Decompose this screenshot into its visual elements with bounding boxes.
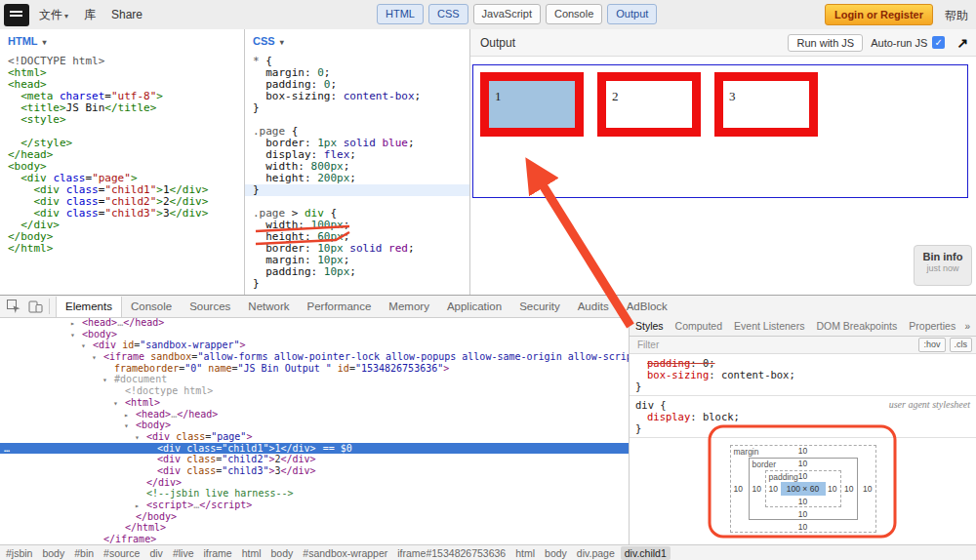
dom-node[interactable]: </div> (0, 477, 629, 489)
dom-node[interactable]: <div class="child3">3</div> (0, 465, 629, 477)
style-declaration[interactable]: padding: 0; (630, 357, 976, 369)
menu-file-label: 文件 (39, 8, 62, 21)
autorun-checkbox[interactable]: ✓ (932, 36, 945, 49)
jsbin-app-window: 文件▾ 库 Share HTMLCSSJavaScriptConsoleOutp… (0, 0, 976, 560)
workspace: HTML ▾ <!DOCTYPE html><html><head> <meta… (0, 29, 976, 295)
dom-node[interactable]: <!doctype html> (0, 385, 629, 397)
rendered-box-1: 1 (480, 72, 584, 137)
code-line[interactable]: box-sizing: content-box; (253, 91, 469, 102)
breadcrumb-div-child1[interactable]: div.child1 (621, 546, 671, 560)
dom-tree[interactable]: ▸<head>…</head>▾<body>▾<div id="sandbox-… (0, 317, 630, 545)
dom-node[interactable]: ▾<html> (0, 397, 629, 409)
style-declaration[interactable]: } (630, 380, 976, 392)
dom-node-selected[interactable]: <div class="child1">1</div>== $0… (0, 443, 629, 455)
sidebar-tabs-overflow-icon[interactable]: » (964, 321, 970, 332)
toggle-class-button[interactable]: .cls (950, 338, 973, 352)
sidebar-tab-styles[interactable]: Styles (630, 317, 670, 336)
style-declaration[interactable]: display: block; (630, 411, 976, 422)
dom-node[interactable]: ▾<div id="sandbox-wrapper"> (0, 340, 629, 351)
dom-node[interactable]: ▾<div class="page"> (0, 431, 629, 443)
box-model-padding[interactable]: padding 10 10 10 10 100 × 60 (765, 470, 841, 507)
sidebar-tab-properties[interactable]: Properties (903, 317, 961, 336)
open-output-window-icon[interactable]: ↗ (956, 35, 968, 51)
dom-node[interactable]: ▾<body> (0, 329, 629, 340)
code-line[interactable]: } (253, 278, 469, 290)
css-panel-menu[interactable]: CSS ▾ (245, 29, 469, 53)
devtools-tab-memory[interactable]: Memory (380, 297, 438, 317)
panel-button-console[interactable]: Console (546, 4, 602, 24)
jsbin-logo[interactable] (4, 4, 29, 26)
panel-button-output[interactable]: Output (607, 4, 657, 24)
sidebar-tab-computed[interactable]: Computed (670, 317, 728, 336)
breadcrumb--source[interactable]: #source (100, 546, 143, 560)
breadcrumb-html[interactable]: html (511, 546, 539, 560)
box-model-content[interactable]: 100 × 60 (781, 482, 826, 496)
devtools-tab-audits[interactable]: Audits (569, 297, 618, 317)
bin-info-badge[interactable]: Bin info just now (914, 245, 972, 286)
code-line[interactable]: } (253, 102, 469, 114)
breadcrumb--bin[interactable]: #bin (70, 546, 98, 560)
style-declaration[interactable]: } (630, 422, 976, 434)
dom-node[interactable]: </body> (0, 511, 629, 523)
devtools-tab-performance[interactable]: Performance (299, 297, 381, 317)
login-register-button[interactable]: Login or Register (825, 4, 933, 25)
run-with-js-button[interactable]: Run with JS (788, 34, 863, 52)
sidebar-tab-dom-breakpoints[interactable]: DOM Breakpoints (810, 317, 903, 336)
style-declaration[interactable]: box-sizing: content-box; (630, 369, 976, 380)
breadcrumb--sandbox-wrapper[interactable]: #sandbox-wrapper (299, 546, 391, 560)
devtools-tab-adblock[interactable]: AdBlock (618, 297, 676, 317)
styles-filter-input[interactable] (635, 339, 918, 351)
breadcrumb-html[interactable]: html (238, 546, 265, 560)
dom-node[interactable]: ▸<script>…</script> (0, 500, 629, 511)
box-model-margin[interactable]: margin 10 10 10 10 border 10 10 10 10 (730, 445, 876, 533)
box-model-diagram[interactable]: margin 10 10 10 10 border 10 10 10 10 (730, 445, 876, 533)
html-code-area[interactable]: <!DOCTYPE html><html><head> <meta charse… (0, 53, 244, 295)
css-code-area[interactable]: * { margin: 0; padding: 0; box-sizing: c… (245, 53, 469, 295)
dom-node[interactable]: </html> (0, 522, 629, 534)
dom-node[interactable]: ▸<head>…</head> (0, 409, 629, 420)
devtools-tab-elements[interactable]: Elements (56, 297, 122, 317)
toggle-hover-state-button[interactable]: :hov (918, 338, 945, 352)
box-model-border[interactable]: border 10 10 10 10 padding 10 10 10 10 (749, 458, 858, 520)
panel-button-html[interactable]: HTML (377, 4, 424, 24)
dom-node[interactable]: </iframe> (0, 534, 629, 545)
breadcrumb-div[interactable]: div (145, 546, 166, 560)
dom-node[interactable]: ▾#document (0, 374, 629, 385)
breadcrumb-body[interactable]: body (267, 546, 298, 560)
menu-share[interactable]: Share (111, 8, 142, 21)
sidebar-tab-event-listeners[interactable]: Event Listeners (728, 317, 810, 336)
devtools-tab-application[interactable]: Application (438, 297, 510, 317)
code-line[interactable]: height: 200px; (253, 173, 469, 184)
dom-node[interactable]: ▸<head>…</head> (0, 317, 629, 329)
menu-file[interactable]: 文件▾ (39, 7, 68, 23)
dom-node[interactable]: ▾<iframe sandbox="allow-forms allow-poin… (0, 351, 629, 363)
breadcrumb--live[interactable]: #live (169, 546, 198, 560)
code-line[interactable]: } (245, 184, 469, 196)
breadcrumb-iframe[interactable]: iframe (199, 546, 235, 560)
devtools-main: ▸<head>…</head>▾<body>▾<div id="sandbox-… (0, 317, 976, 545)
code-line[interactable]: <style> (8, 114, 244, 126)
devtools-tab-network[interactable]: Network (239, 297, 298, 317)
dom-node[interactable]: ▾<body> (0, 420, 629, 431)
dom-node[interactable]: frameborder="0" name="JS Bin Output " id… (0, 363, 629, 375)
panel-button-css[interactable]: CSS (428, 4, 468, 24)
panel-button-javascript[interactable]: JavaScript (473, 4, 541, 24)
inspect-element-icon[interactable] (6, 299, 21, 314)
breadcrumb-iframe-1534826753636[interactable]: iframe#1534826753636 (393, 546, 509, 560)
dom-node[interactable]: <!--jsbin live harness--> (0, 488, 629, 500)
code-line[interactable]: padding: 10px; (253, 266, 469, 278)
help-link[interactable]: 帮助 (945, 8, 968, 24)
devtools-tab-console[interactable]: Console (122, 297, 181, 317)
breadcrumb-div-page[interactable]: div.page (573, 546, 619, 560)
breadcrumb--jsbin[interactable]: #jsbin (2, 546, 36, 560)
css-editor-panel: CSS ▾ * { margin: 0; padding: 0; box-siz… (245, 29, 470, 295)
code-line[interactable]: </html> (8, 243, 244, 255)
dom-node[interactable]: <div class="child2">2</div> (0, 454, 629, 465)
breadcrumb-body[interactable]: body (38, 546, 68, 560)
html-panel-menu[interactable]: HTML ▾ (0, 29, 244, 53)
device-toolbar-icon[interactable] (27, 299, 43, 314)
breadcrumb-body[interactable]: body (541, 546, 571, 560)
devtools-tab-security[interactable]: Security (510, 297, 569, 317)
menu-library[interactable]: 库 (84, 7, 96, 23)
devtools-tab-sources[interactable]: Sources (181, 297, 239, 317)
